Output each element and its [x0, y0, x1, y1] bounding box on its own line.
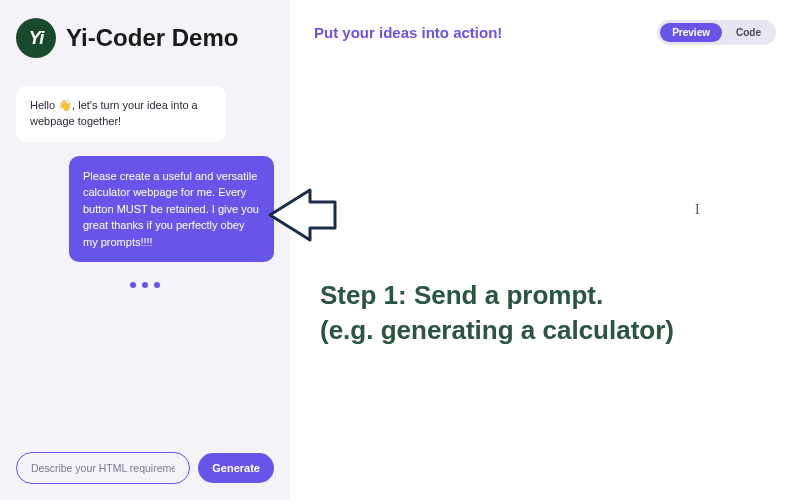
app-title: Yi-Coder Demo: [66, 24, 238, 52]
right-panel: Put your ideas into action! Preview Code: [290, 0, 800, 500]
tab-preview[interactable]: Preview: [660, 23, 722, 42]
step-line-2: (e.g. generating a calculator): [320, 313, 674, 348]
view-toggle: Preview Code: [657, 20, 776, 45]
user-message: Please create a useful and versatile cal…: [69, 156, 274, 263]
typing-indicator-icon: [16, 282, 274, 288]
chat-area: Hello 👋, let's turn your idea into a web…: [12, 78, 278, 448]
logo-row: Yi Yi-Coder Demo: [16, 18, 278, 58]
hero-text: Put your ideas into action!: [314, 24, 502, 41]
bot-message: Hello 👋, let's turn your idea into a web…: [16, 86, 226, 142]
input-row: Generate: [12, 448, 278, 488]
app-window: Yi Yi-Coder Demo Hello 👋, let's turn you…: [0, 0, 800, 500]
step-line-1: Step 1: Send a prompt.: [320, 278, 674, 313]
logo-icon: Yi: [16, 18, 56, 58]
left-panel: Yi Yi-Coder Demo Hello 👋, let's turn you…: [0, 0, 290, 500]
step-instruction: Step 1: Send a prompt. (e.g. generating …: [320, 278, 674, 348]
pointer-arrow-icon: [260, 180, 340, 254]
prompt-input[interactable]: [16, 452, 190, 484]
tab-code[interactable]: Code: [724, 23, 773, 42]
text-cursor-icon: [695, 200, 696, 216]
generate-button[interactable]: Generate: [198, 453, 274, 483]
right-header: Put your ideas into action! Preview Code: [290, 0, 800, 57]
